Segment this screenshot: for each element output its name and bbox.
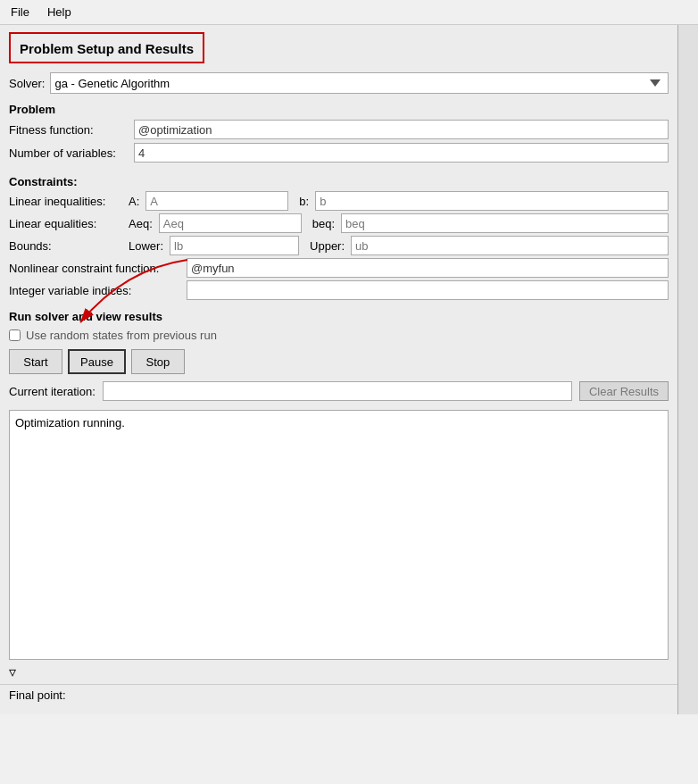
output-text: Optimization running. [15,416,125,430]
Aeq-input[interactable] [159,213,302,233]
start-button[interactable]: Start [9,349,62,374]
linear-ineq-label: Linear inequalities: [9,195,125,208]
menubar: File Help [0,0,698,25]
menu-file[interactable]: File [7,4,33,21]
solver-row: Solver: ga - Genetic Algorithm [9,72,669,94]
beq-input[interactable] [341,213,669,233]
solver-select[interactable]: ga - Genetic Algorithm [50,72,669,94]
variables-row: Number of variables: [9,143,669,163]
linear-eq-label: Linear equalities: [9,217,125,230]
main-container: Problem Setup and Results Solver: ga - G… [0,25,698,714]
constraints-title: Constraints: [9,175,669,188]
left-panel: Problem Setup and Results Solver: ga - G… [0,25,678,714]
fitness-label: Fitness function: [9,123,134,137]
panel-title: Problem Setup and Results [9,32,204,63]
problem-section: Problem Fitness function: Number of vari… [0,96,677,168]
upper-label: Upper: [310,239,345,253]
Aeq-label: Aeq: [129,217,153,230]
bounds-label: Bounds: [9,239,125,253]
lower-input[interactable] [170,236,299,255]
clear-results-button[interactable]: Clear Results [579,381,669,401]
iteration-input[interactable] [103,381,572,401]
A-label: A: [129,195,139,208]
stop-button[interactable]: Stop [131,349,185,374]
integer-label: Integer variable indices: [9,284,183,297]
checkbox-row: Use random states from previous run [9,329,669,342]
problem-label: Problem [9,103,669,116]
scroll-down-icon[interactable]: ▿ [9,663,16,680]
bounds-row: Bounds: Lower: Upper: [9,236,669,255]
right-panel [678,25,698,714]
fitness-input[interactable] [134,120,669,139]
nonlinear-label: Nonlinear constraint function: [9,262,183,275]
run-section: Run solver and view results Use random s… [0,304,677,410]
fitness-row: Fitness function: [9,120,669,139]
random-states-checkbox[interactable] [9,329,21,341]
nonlinear-input[interactable] [187,258,669,278]
linear-eq-row: Linear equalities: Aeq: beq: [9,213,669,233]
iteration-label: Current iteration: [9,385,96,398]
A-input[interactable] [145,191,288,211]
b-label: b: [299,195,309,208]
final-point-row: Final point: [0,684,677,705]
variables-input[interactable] [134,143,669,163]
final-point-label: Final point: [9,688,66,702]
linear-ineq-row: Linear inequalities: A: b: [9,191,669,211]
upper-input[interactable] [351,236,669,255]
constraints-section: Constraints: Linear inequalities: A: b: … [0,168,677,304]
pause-button[interactable]: Pause [68,349,126,374]
integer-row: Integer variable indices: [9,280,669,300]
run-title: Run solver and view results [9,310,669,323]
integer-input[interactable] [187,280,669,300]
output-area: Optimization running. [9,410,669,660]
bottom-arrow-bar: ▿ [9,663,669,680]
buttons-row: Start Pause Stop [9,349,669,374]
iteration-row: Current iteration: Clear Results [9,381,669,401]
beq-label: beq: [312,217,335,230]
menu-help[interactable]: Help [44,4,75,21]
solver-label: Solver: [9,77,45,90]
lower-label: Lower: [129,239,163,253]
checkbox-label: Use random states from previous run [26,329,217,342]
variables-label: Number of variables: [9,146,134,160]
b-input[interactable] [315,191,669,211]
nonlinear-row: Nonlinear constraint function: [9,258,669,278]
